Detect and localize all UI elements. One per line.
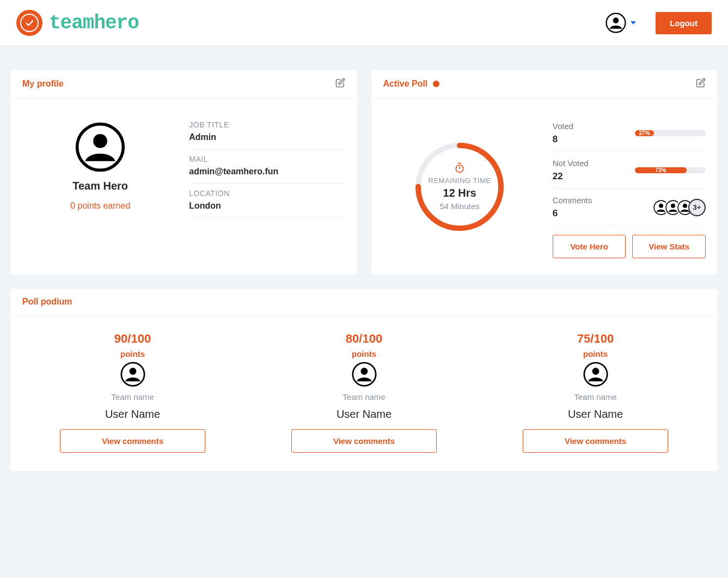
field-mail: MAIL admin@teamhero.fun bbox=[189, 149, 345, 184]
avatar-icon bbox=[352, 362, 377, 387]
stat-label: Voted bbox=[553, 121, 628, 131]
active-poll-title: Active Poll bbox=[383, 79, 428, 89]
stat-value: 22 bbox=[553, 171, 628, 182]
progress-bar-not-voted: 73% bbox=[635, 167, 706, 173]
edit-icon bbox=[335, 78, 345, 88]
stat-label: Not Voted bbox=[553, 159, 628, 168]
field-value: admin@teamhero.fun bbox=[189, 167, 345, 177]
avatar-icon bbox=[120, 362, 145, 387]
remaining-hours: 12 Hrs bbox=[443, 187, 476, 199]
poll-podium-title: Poll podium bbox=[22, 297, 72, 307]
chevron-down-icon bbox=[631, 21, 636, 25]
podium-entry: 90/100 points Team name User Name View c… bbox=[22, 332, 243, 453]
field-job-title: JOB TITLE Admin bbox=[189, 115, 345, 149]
podium-user: User Name bbox=[105, 408, 160, 421]
user-menu[interactable] bbox=[605, 13, 636, 33]
podium-score: 80/100 bbox=[346, 332, 382, 346]
field-value: Admin bbox=[189, 132, 345, 142]
app-header: teamhero Logout bbox=[0, 0, 728, 46]
view-comments-button[interactable]: View comments bbox=[291, 429, 437, 453]
remaining-minutes: 54 Minutes bbox=[439, 202, 479, 211]
edit-icon bbox=[696, 78, 706, 88]
stat-voted: Voted 8 27% bbox=[553, 115, 706, 152]
profile-points: 0 points earned bbox=[70, 201, 130, 211]
stopwatch-icon bbox=[454, 162, 465, 173]
avatar-more-count: 3+ bbox=[688, 199, 706, 216]
profile-avatar-icon bbox=[75, 122, 125, 172]
podium-points-label: points bbox=[583, 349, 608, 358]
podium-team: Team name bbox=[111, 392, 154, 401]
commenter-avatars: 3+ bbox=[652, 199, 706, 216]
profile-name: Team Hero bbox=[72, 180, 128, 192]
podium-points-label: points bbox=[352, 349, 376, 358]
podium-team: Team name bbox=[574, 392, 616, 401]
field-value: London bbox=[189, 201, 345, 211]
stat-not-voted: Not Voted 22 73% bbox=[553, 152, 706, 189]
podium-entry: 75/100 points Team name User Name View c… bbox=[485, 332, 706, 453]
brand-logo[interactable]: teamhero bbox=[16, 10, 139, 36]
view-comments-button[interactable]: View comments bbox=[60, 429, 205, 453]
field-label: MAIL bbox=[189, 155, 345, 163]
edit-profile-button[interactable] bbox=[335, 78, 345, 90]
logo-mark-icon bbox=[16, 10, 42, 36]
vote-hero-button[interactable]: Vote Hero bbox=[553, 235, 626, 258]
podium-entry: 80/100 points Team name User Name View c… bbox=[254, 332, 474, 453]
stat-value: 6 bbox=[553, 208, 646, 219]
profile-card-title: My profile bbox=[22, 79, 64, 89]
stat-comments: Comments 6 3+ bbox=[553, 189, 706, 226]
brand-name: teamhero bbox=[49, 12, 139, 34]
stat-value: 8 bbox=[553, 134, 628, 145]
edit-poll-button[interactable] bbox=[696, 78, 706, 90]
podium-score: 90/100 bbox=[114, 332, 151, 346]
view-comments-button[interactable]: View comments bbox=[523, 429, 668, 453]
podium-score: 75/100 bbox=[577, 332, 614, 346]
logout-button[interactable]: Logout bbox=[656, 12, 712, 34]
progress-text: 27% bbox=[639, 130, 650, 136]
field-label: JOB TITLE bbox=[189, 120, 345, 129]
field-label: LOCATION bbox=[189, 189, 345, 198]
progress-text: 73% bbox=[655, 167, 666, 173]
poll-podium-header: Poll podium bbox=[10, 289, 718, 315]
svg-point-2 bbox=[32, 21, 33, 22]
field-location: LOCATION London bbox=[189, 184, 345, 218]
remaining-time-ring: REMAINING TIME 12 Hrs 54 Minutes bbox=[413, 141, 506, 233]
active-poll-card: Active Poll bbox=[371, 69, 719, 275]
check-icon bbox=[25, 18, 34, 28]
active-poll-header: Active Poll bbox=[371, 70, 718, 99]
poll-podium-card: Poll podium 90/100 points Team name User… bbox=[10, 288, 718, 472]
view-stats-button[interactable]: View Stats bbox=[632, 235, 706, 258]
stat-label: Comments bbox=[553, 196, 646, 205]
avatar-icon bbox=[605, 13, 626, 33]
podium-points-label: points bbox=[120, 349, 145, 358]
profile-card: My profile Team Hero 0 points earned bbox=[10, 69, 358, 275]
podium-user: User Name bbox=[568, 408, 623, 421]
remaining-time-label: REMAINING TIME bbox=[429, 177, 491, 185]
podium-user: User Name bbox=[337, 408, 391, 421]
progress-bar-voted: 27% bbox=[635, 130, 706, 136]
profile-card-header: My profile bbox=[10, 70, 357, 99]
active-indicator-icon bbox=[433, 81, 439, 87]
podium-team: Team name bbox=[342, 392, 385, 401]
avatar-icon bbox=[583, 362, 608, 387]
